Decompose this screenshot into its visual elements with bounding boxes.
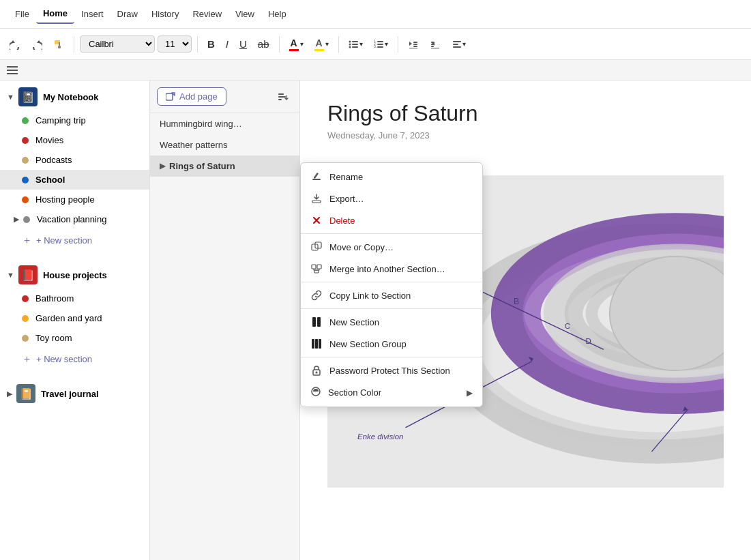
svg-point-7 [349,46,351,48]
underline-button[interactable]: U [235,35,251,53]
alignment-button[interactable]: ▾ [447,36,470,53]
sort-pages-button[interactable] [274,89,293,105]
new-section-house[interactable]: ＋ + New section [0,348,149,370]
bold-button[interactable]: B [203,35,219,53]
add-page-label: Add page [179,91,218,102]
menu-home[interactable]: Home [36,4,74,24]
format-painter-button[interactable] [49,36,68,53]
svg-rect-17 [413,46,417,47]
section-dot-hosting [22,196,29,203]
undo-button[interactable] [5,36,25,53]
increase-indent-button[interactable] [426,36,445,53]
chevron-right-icon: ▶ [14,215,19,224]
menu-history[interactable]: History [145,5,186,23]
hamburger-icon[interactable] [7,66,18,74]
ctx-new-section[interactable]: New Section [301,311,482,333]
menu-review[interactable]: Review [186,5,229,23]
sidebar-item-podcasts[interactable]: Podcasts [0,150,149,170]
ctx-sep4 [301,357,482,357]
ctx-delete[interactable]: Delete [301,209,482,231]
sep4 [338,36,339,53]
menu-view[interactable]: View [229,5,261,23]
bullet-list-button[interactable]: ▾ [344,36,367,53]
highlight-color-button[interactable]: A ▾ [310,35,333,54]
ctx-merge[interactable]: Merge into Another Section… [301,258,482,280]
sidebar-item-hosting[interactable]: Hosting people [0,190,149,209]
sep1 [74,36,74,53]
sep-house [0,252,149,259]
sidebar-item-camping[interactable]: Camping trip [0,110,149,130]
numbered-list-button[interactable]: 1.2.3. ▾ [370,36,392,53]
ctx-export[interactable]: Export… [301,188,482,209]
collapse-bar [0,60,751,80]
font-size-select[interactable]: 11 [158,35,192,53]
svg-rect-23 [453,41,461,42]
ctx-password[interactable]: Password Protect This Section [301,359,482,381]
sidebar-item-vacation[interactable]: ▶ Vacation planning [0,209,149,229]
section-dot-garden [22,315,29,322]
sidebar-item-school[interactable]: School [0,170,149,190]
section-dot-podcasts [22,157,29,164]
section-dot-vacation [23,216,30,223]
chevron-down-icon: ▼ [7,93,14,101]
page-item-weather[interactable]: Weather patterns [150,134,299,156]
new-section-my-notebook[interactable]: ＋ + New section [0,229,149,252]
export-icon [310,192,323,205]
menu-insert[interactable]: Insert [74,5,111,23]
main-area: ▼ 📓 My Notebook Camping trip Movies Podc… [0,80,751,560]
italic-button[interactable]: I [222,35,233,53]
font-color-button[interactable]: A ▾ [285,35,308,54]
section-label-podcasts: Podcasts [35,155,72,165]
page-title: Rings of Saturn [327,101,724,126]
new-section-label-house: + New section [36,354,92,364]
ctx-new-section-group[interactable]: New Section Group [301,333,482,355]
context-menu: Rename Export… Delete [300,162,483,407]
svg-point-3 [349,40,351,42]
submenu-chevron-icon: ▶ [467,388,473,398]
svg-rect-30 [312,179,321,180]
plus-icon: ＋ [22,234,32,247]
menu-file[interactable]: File [8,5,36,23]
section-label-vacation: Vacation planning [37,214,106,224]
notebook-my-notebook[interactable]: ▼ 📓 My Notebook [0,80,149,110]
strikethrough-button[interactable]: ab [254,35,274,53]
sidebar-item-movies[interactable]: Movies [0,130,149,150]
svg-rect-2 [58,46,61,48]
ctx-move-copy-label: Move or Copy… [329,242,394,252]
page-item-hummingbird[interactable]: Hummingbird wing… [150,113,299,134]
page-item-rings[interactable]: ▶ Rings of Saturn [150,156,299,177]
svg-text:3.: 3. [374,44,377,48]
notebook-travel[interactable]: ▶ 📔 Travel journal [0,377,149,407]
ctx-move-copy[interactable]: Move or Copy… [301,236,482,258]
font-family-select[interactable]: Cailbri [80,35,155,53]
section-label-toyroom: Toy room [35,333,72,343]
sidebar-item-garden[interactable]: Garden and yard [0,308,149,328]
redo-button[interactable] [27,36,46,53]
ctx-copy-link[interactable]: Copy Link to Section [301,284,482,306]
ctx-export-label: Export… [329,194,364,204]
sep3 [279,36,280,53]
notebook-icon-house: 📕 [18,265,38,284]
chevron-right-icon-travel: ▶ [7,389,12,398]
notebook-title-house: House projects [43,270,107,280]
ctx-rename[interactable]: Rename [301,166,482,188]
new-section-label: + New section [36,235,92,246]
ctx-section-color[interactable]: Section Color ▶ [301,381,482,404]
page-date: Wednesday, June 7, 2023 [327,130,724,141]
decrease-indent-button[interactable] [404,36,423,53]
menu-draw[interactable]: Draw [111,5,145,23]
pages-panel: Add page Hummingbird wing… Weather patte… [150,80,300,560]
svg-point-43 [316,372,318,374]
ctx-sep1 [301,233,482,234]
menu-help[interactable]: Help [261,5,293,23]
add-page-button[interactable]: Add page [157,87,226,106]
sidebar-item-toyroom[interactable]: Toy room [0,328,149,348]
svg-rect-26 [166,93,173,100]
sidebar-item-bathroom[interactable]: Bathroom [0,289,149,308]
section-label-school: School [35,175,65,185]
svg-rect-20 [431,44,434,45]
ctx-new-section-label: New Section [329,317,379,327]
notebook-house-projects[interactable]: ▼ 📕 House projects [0,259,149,289]
section-dot-school [22,177,29,183]
svg-rect-8 [352,46,358,48]
